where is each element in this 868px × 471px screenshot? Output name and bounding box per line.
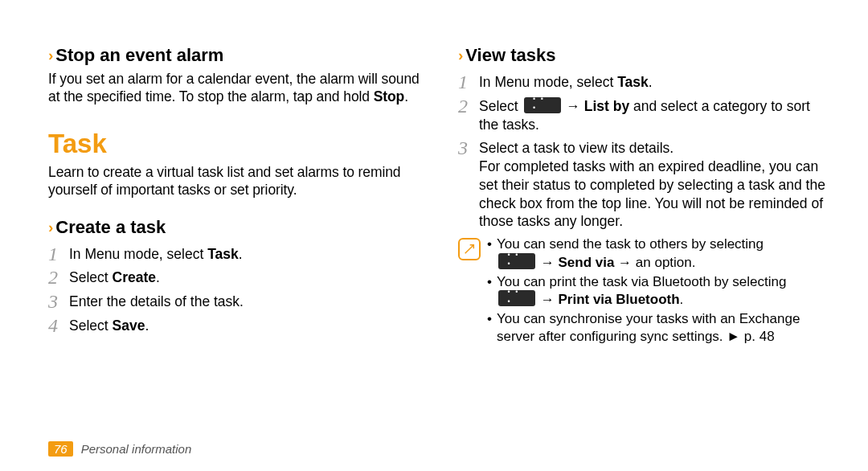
step-text: Select Save. bbox=[69, 317, 149, 335]
task-intro: Learn to create a virtual task list and … bbox=[48, 164, 420, 199]
step-text: Select Create. bbox=[69, 268, 160, 287]
step-text: Select a task to view its details. For c… bbox=[479, 139, 829, 231]
list-item: 2 Select Create. bbox=[48, 266, 420, 287]
heading-text: View tasks bbox=[465, 45, 555, 66]
step-number: 2 bbox=[48, 268, 69, 287]
manual-page: › Stop an event alarm If you set an alar… bbox=[0, 0, 868, 471]
note-bullets: You can send the task to others by selec… bbox=[487, 236, 829, 347]
heading-text: Create a task bbox=[55, 217, 166, 238]
list-item: 3 Select a task to view its details. For… bbox=[458, 137, 829, 231]
list-item: 1 In Menu mode, select Task. bbox=[48, 243, 420, 264]
chevron-icon: › bbox=[458, 47, 463, 64]
view-tasks-steps: 1 In Menu mode, select Task. 2 Select → … bbox=[458, 71, 829, 231]
step-number: 2 bbox=[458, 96, 479, 116]
right-column: › View tasks 1 In Menu mode, select Task… bbox=[439, 45, 829, 461]
step-number: 1 bbox=[48, 244, 69, 264]
note-icon bbox=[458, 238, 481, 260]
section-label: Personal information bbox=[81, 442, 192, 456]
list-item: 1 In Menu mode, select Task. bbox=[458, 71, 829, 92]
list-item: You can send the task to others by selec… bbox=[487, 236, 829, 272]
step-text: Select → List by and select a category t… bbox=[479, 97, 829, 134]
stop-alarm-body: If you set an alarm for a calendar event… bbox=[48, 71, 420, 106]
page-number-badge: 76 bbox=[48, 441, 73, 457]
step-number: 1 bbox=[458, 72, 479, 92]
list-item: You can synchronise your tasks with an E… bbox=[487, 310, 829, 346]
step-number: 3 bbox=[48, 292, 69, 311]
heading-stop-alarm: › Stop an event alarm bbox=[48, 45, 420, 66]
left-column: › Stop an event alarm If you set an alar… bbox=[48, 45, 439, 461]
more-menu-icon bbox=[498, 253, 535, 269]
create-task-steps: 1 In Menu mode, select Task. 2 Select Cr… bbox=[48, 243, 420, 335]
step-text: In Menu mode, select Task. bbox=[479, 73, 653, 92]
list-item: 4 Select Save. bbox=[48, 314, 420, 335]
page-footer: 76 Personal information bbox=[48, 441, 191, 457]
chevron-icon: › bbox=[48, 47, 53, 64]
more-menu-icon bbox=[498, 290, 535, 306]
heading-task: Task bbox=[48, 129, 420, 159]
note-box: You can send the task to others by selec… bbox=[458, 236, 829, 347]
heading-view-tasks: › View tasks bbox=[458, 45, 829, 66]
step-text: Enter the details of the task. bbox=[69, 293, 244, 311]
step-text: In Menu mode, select Task. bbox=[69, 245, 243, 264]
heading-text: Stop an event alarm bbox=[55, 45, 223, 66]
list-item: You can print the task via Bluetooth by … bbox=[487, 273, 829, 309]
more-menu-icon bbox=[524, 97, 561, 113]
list-item: 3 Enter the details of the task. bbox=[48, 290, 420, 311]
chevron-icon: › bbox=[48, 219, 53, 236]
step-number: 4 bbox=[48, 316, 69, 335]
step-number: 3 bbox=[458, 138, 479, 158]
list-item: 2 Select → List by and select a category… bbox=[458, 95, 829, 134]
heading-create-task: › Create a task bbox=[48, 217, 420, 238]
